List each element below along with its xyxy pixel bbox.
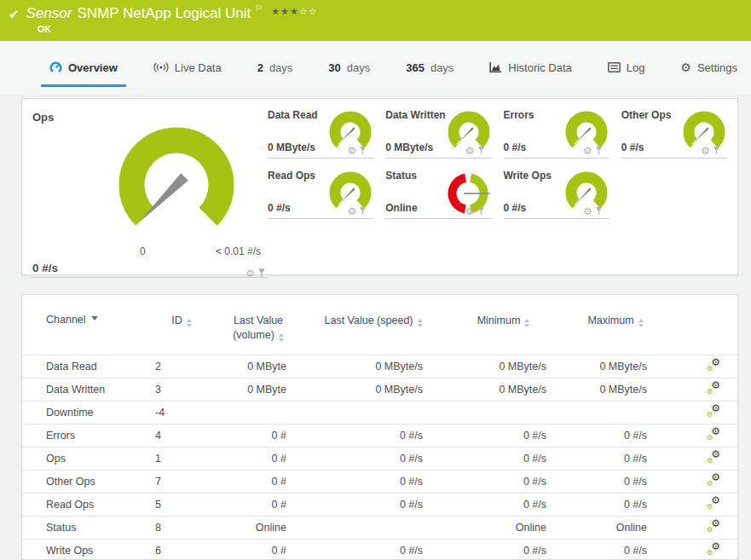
column-label: ID [171, 315, 182, 326]
gauge-cell-ops: Ops 0 < 0.01 #/s 0 #/s ⚙ [31, 109, 268, 278]
tab-label: Settings [697, 61, 737, 74]
tab-number: 365 [406, 61, 425, 74]
object-kind-label: Sensor [26, 5, 72, 22]
gauge-cell-other-ops: Other Ops 0 #/s ⚙ [621, 108, 727, 159]
last-value-speed [305, 401, 442, 424]
channel-settings-icon[interactable]: ⚙⚙ [707, 451, 720, 464]
gear-icon[interactable]: ⚙ [583, 206, 592, 216]
last-value-speed: 0 MByte/s [305, 378, 442, 401]
last-value-volume: 0 # [211, 447, 305, 470]
column-header-last-value-speed[interactable]: Last Value (speed) [305, 309, 442, 355]
tab-number: 30 [328, 61, 340, 74]
table-row: Errors 4 0 # 0 #/s 0 #/s 0 #/s ⚙⚙ [22, 424, 737, 447]
tab-365-days[interactable]: 365 days [401, 41, 459, 94]
live-data-icon [153, 62, 169, 72]
minimum-value: 0 #/s [442, 447, 565, 470]
table-row: Data Written 3 0 MByte 0 MByte/s 0 MByte… [22, 378, 737, 401]
minimum-value: 0 #/s [442, 470, 565, 493]
column-header-maximum[interactable]: Maximum [565, 309, 666, 355]
gauge-label: Data Written [385, 109, 445, 121]
last-value-volume: 0 # [211, 470, 305, 493]
gauge-cell-read-ops: Read Ops 0 #/s ⚙ [268, 169, 373, 219]
flag-icon[interactable]: ⚐ [255, 3, 263, 13]
pin-icon[interactable] [477, 204, 485, 219]
pin-icon[interactable] [595, 204, 603, 219]
channel-name: Other Ops [22, 470, 152, 493]
status-badge: OK [38, 24, 51, 34]
last-value-speed: 0 #/s [305, 539, 442, 560]
tab-2-days[interactable]: 2 days [252, 41, 298, 94]
sort-desc-icon [91, 316, 98, 320]
sort-icon [638, 319, 644, 327]
gauges-panel: Ops 0 < 0.01 #/s 0 #/s ⚙ Data Read 0 MBy… [21, 98, 738, 275]
gauge-value: 0 MByte/s [268, 141, 315, 153]
channel-name: Status [22, 516, 152, 539]
pin-icon[interactable] [359, 204, 367, 219]
column-header-last-value-volume[interactable]: Last Value (volume) [211, 309, 305, 355]
maximum-value: 0 #/s [565, 493, 666, 516]
gear-icon[interactable]: ⚙ [465, 206, 475, 216]
pin-icon[interactable] [359, 143, 367, 159]
gear-icon[interactable]: ⚙ [347, 146, 356, 156]
column-header-channel[interactable]: Channel [22, 309, 152, 355]
pin-icon[interactable] [713, 143, 720, 159]
channel-id: 4 [152, 424, 211, 447]
gear-icon[interactable]: ⚙ [583, 146, 592, 156]
gauge-label: Errors [504, 109, 534, 121]
log-icon [608, 62, 621, 72]
channel-settings-icon[interactable]: ⚙⚙ [707, 520, 720, 533]
gear-icon[interactable]: ⚙ [465, 146, 475, 156]
gear-icon[interactable]: ⚙ [701, 146, 710, 156]
pin-icon[interactable] [257, 266, 266, 281]
channel-id: 1 [152, 447, 211, 470]
gear-icon: ⚙ [680, 61, 691, 73]
tab-overview[interactable]: Overview [44, 41, 123, 94]
minimum-value: 0 MByte/s [442, 378, 565, 401]
channel-id: 2 [152, 355, 211, 378]
priority-stars[interactable]: ★★★☆☆ [271, 6, 317, 17]
channel-settings-icon[interactable]: ⚙⚙ [707, 474, 720, 487]
last-value-speed: 0 #/s [305, 493, 442, 516]
last-value-speed: 0 #/s [305, 447, 442, 470]
tab-settings[interactable]: ⚙ Settings [675, 41, 742, 94]
pin-icon[interactable] [477, 143, 485, 159]
channel-settings-icon[interactable]: ⚙⚙ [707, 497, 720, 510]
gear-icon: ⚙ [707, 527, 713, 534]
gauge-value: 0 #/s [504, 202, 527, 214]
maximum-value: 0 #/s [565, 447, 666, 470]
channel-settings-icon[interactable]: ⚙⚙ [707, 359, 720, 372]
channel-settings-icon[interactable]: ⚙⚙ [707, 428, 720, 441]
gear-icon: ⚙ [707, 435, 713, 442]
last-value-volume: 0 # [211, 493, 305, 516]
maximum-value: 0 #/s [565, 470, 666, 493]
channel-name: Ops [22, 447, 152, 470]
tab-log[interactable]: Log [603, 41, 650, 94]
column-header-minimum[interactable]: Minimum [442, 309, 565, 355]
channel-name: Read Ops [22, 493, 152, 516]
gauge-label: Write Ops [504, 170, 552, 182]
gauge-label: Data Read [268, 109, 318, 121]
pin-icon[interactable] [595, 143, 603, 159]
gear-icon[interactable]: ⚙ [347, 206, 356, 216]
gear-icon[interactable]: ⚙ [246, 268, 255, 279]
column-header-settings [666, 309, 737, 355]
small-gauges-grid: Data Read 0 MByte/s ⚙ Data Written 0 MBy… [268, 108, 727, 219]
tab-live-data[interactable]: Live Data [148, 41, 227, 94]
tab-30-days[interactable]: 30 days [323, 41, 375, 94]
tab-historic-data[interactable]: Historic Data [484, 41, 576, 94]
tab-number: 2 [257, 61, 263, 74]
check-icon: ✔ [9, 7, 20, 22]
gauge-value: 0 MByte/s [385, 141, 433, 153]
channel-settings-icon[interactable]: ⚙⚙ [707, 405, 720, 418]
gauge-value: 0 #/s [621, 141, 644, 153]
gear-icon: ⚙ [707, 458, 713, 465]
minimum-value: 0 #/s [442, 424, 565, 447]
last-value-speed [305, 516, 442, 539]
channel-name: Data Read [22, 355, 152, 378]
gauge-icon [49, 61, 62, 74]
channel-settings-icon[interactable]: ⚙⚙ [707, 543, 720, 556]
table-row: Ops 1 0 # 0 #/s 0 #/s 0 #/s ⚙⚙ [22, 447, 737, 470]
last-value-volume [211, 401, 305, 424]
channel-settings-icon[interactable]: ⚙⚙ [707, 382, 720, 395]
column-header-id[interactable]: ID [152, 309, 211, 355]
